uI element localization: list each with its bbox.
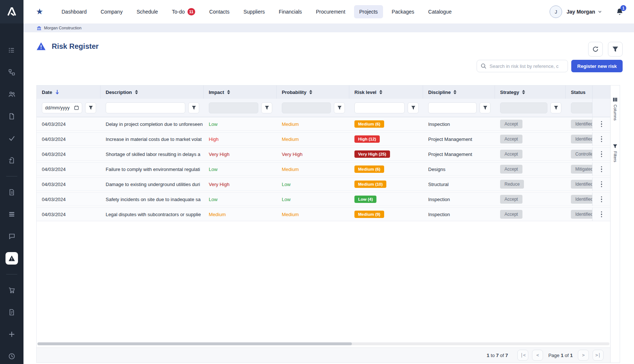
- filter-actions-cell: [592, 99, 611, 117]
- cell-description: Delay in project completion due to unfor…: [101, 117, 204, 131]
- table-body: 04/03/2024 Delay in project completion d…: [37, 117, 610, 222]
- funnel-icon: [483, 105, 488, 110]
- risk-triangle-icon[interactable]: [6, 252, 18, 265]
- strategy-filter-input[interactable]: [500, 102, 547, 113]
- chevron-down-icon: [598, 10, 602, 14]
- prev-page-button[interactable]: <: [532, 350, 543, 361]
- clock-icon[interactable]: [6, 350, 18, 363]
- next-page-button[interactable]: >: [578, 350, 589, 361]
- app-window: ★ DashboardCompanyScheduleTo-do11Contact…: [0, 0, 634, 364]
- col-header-description[interactable]: Description: [101, 85, 204, 99]
- row-actions-kebab-icon[interactable]: [600, 165, 604, 174]
- favorites-star-icon[interactable]: ★: [36, 7, 43, 17]
- breadcrumb[interactable]: Morgan Construction: [23, 23, 634, 32]
- chat-icon[interactable]: [6, 230, 18, 243]
- nav-item-label: Dashboard: [62, 9, 87, 15]
- filters-tab[interactable]: Filters: [613, 144, 617, 162]
- table-row[interactable]: 04/03/2024 Failure to comply with enviro…: [37, 162, 610, 176]
- search-input[interactable]: [489, 63, 564, 69]
- probability-filter-input[interactable]: [282, 102, 331, 113]
- date-filter-input[interactable]: dd/mm/yyyy: [42, 102, 82, 113]
- nav-item-procurement[interactable]: Procurement: [311, 5, 350, 18]
- horizontal-scrollbar[interactable]: [37, 342, 609, 345]
- row-actions-kebab-icon[interactable]: [600, 150, 604, 159]
- check-icon[interactable]: [6, 132, 18, 145]
- col-header-probability[interactable]: Probability: [277, 85, 349, 99]
- archdesk-logo[interactable]: [0, 0, 23, 23]
- impact-filter-input[interactable]: [209, 102, 258, 113]
- last-page-button[interactable]: >|: [593, 350, 604, 361]
- table-row[interactable]: 04/03/2024 Delay in project completion d…: [37, 117, 610, 131]
- first-page-button[interactable]: |<: [517, 350, 528, 361]
- strategy-filter-button[interactable]: [550, 102, 561, 113]
- col-header-date[interactable]: Date: [37, 85, 101, 99]
- strategy-chip: Accept: [500, 150, 522, 159]
- file-icon[interactable]: [6, 186, 18, 199]
- description-filter-button[interactable]: [188, 102, 199, 113]
- row-actions-kebab-icon[interactable]: [600, 195, 604, 204]
- cell-probability: Low: [282, 182, 291, 187]
- table-row[interactable]: 04/03/2024 Legal disputes with subcontra…: [37, 207, 610, 221]
- nav-item-projects[interactable]: Projects: [354, 5, 383, 18]
- file-import-icon[interactable]: [6, 154, 18, 167]
- cell-discipline: Inspection: [423, 208, 495, 221]
- funnel-icon: [554, 105, 558, 110]
- risk-level-badge: Medium (10): [354, 181, 386, 188]
- table-row[interactable]: 04/03/2024 Safety incidents on site due …: [37, 192, 610, 206]
- nav-item-company[interactable]: Company: [95, 5, 128, 18]
- row-actions-kebab-icon[interactable]: [600, 120, 604, 129]
- impact-filter-button[interactable]: [261, 102, 272, 113]
- row-actions-kebab-icon[interactable]: [600, 210, 604, 219]
- nav-item-financials[interactable]: Financials: [274, 5, 307, 18]
- file-2-icon[interactable]: [6, 306, 18, 318]
- col-header-impact[interactable]: Impact: [204, 85, 277, 99]
- col-header-discipline[interactable]: Discipline: [423, 85, 495, 99]
- nav-item-schedule[interactable]: Schedule: [131, 5, 163, 18]
- notifications-bell-icon[interactable]: 1: [616, 8, 624, 16]
- filter-panel-button[interactable]: [608, 42, 623, 57]
- row-actions-kebab-icon[interactable]: [600, 180, 604, 189]
- document-icon[interactable]: [6, 110, 18, 123]
- register-new-risk-button[interactable]: Register new risk: [571, 60, 623, 72]
- probability-filter-button[interactable]: [334, 102, 345, 113]
- page-title: Risk Register: [52, 42, 99, 51]
- avatar[interactable]: J: [550, 6, 562, 18]
- table-row[interactable]: 04/03/2024 Damage to existing undergroun…: [37, 177, 610, 191]
- description-filter-input[interactable]: [106, 102, 185, 113]
- cart-icon[interactable]: [6, 284, 18, 296]
- table-row[interactable]: 04/03/2024 Shortage of skilled labor res…: [37, 147, 610, 161]
- scrollbar-thumb[interactable]: [37, 342, 352, 345]
- row-actions-kebab-icon[interactable]: [600, 135, 604, 144]
- plus-icon[interactable]: [6, 328, 18, 341]
- nav-item-label: Catalogue: [428, 9, 452, 15]
- filter-icon: [612, 46, 619, 52]
- discipline-filter-input[interactable]: [428, 102, 477, 113]
- nav-item-packages[interactable]: Packages: [387, 5, 419, 18]
- columns-tab[interactable]: Columns: [613, 97, 617, 120]
- status-filter-input[interactable]: [571, 102, 592, 113]
- risk-table-card: Date Description Impact Probability Risk…: [36, 85, 610, 363]
- col-header-risk-level[interactable]: Risk level: [349, 85, 423, 99]
- col-header-strategy[interactable]: Strategy: [495, 85, 566, 99]
- nav-item-dashboard[interactable]: Dashboard: [57, 5, 92, 18]
- table-row[interactable]: 04/03/2024 Increase in material costs du…: [37, 132, 610, 146]
- refresh-button[interactable]: [588, 42, 603, 57]
- risk-level-filter-input[interactable]: [354, 102, 405, 113]
- col-header-status[interactable]: Status: [566, 85, 592, 99]
- nav-item-catalogue[interactable]: Catalogue: [423, 5, 457, 18]
- rows-icon[interactable]: [6, 208, 18, 221]
- cell-impact: Medium: [209, 212, 226, 217]
- list-icon[interactable]: [6, 44, 18, 57]
- workflow-icon[interactable]: [6, 66, 18, 79]
- cell-discipline: Inspection: [423, 193, 495, 206]
- risk-level-filter-button[interactable]: [408, 102, 419, 113]
- calendar-icon: [74, 105, 79, 110]
- users-icon[interactable]: [6, 88, 18, 101]
- nav-item-label: Projects: [359, 9, 378, 15]
- nav-item-suppliers[interactable]: Suppliers: [238, 5, 270, 18]
- date-filter-button[interactable]: [85, 102, 96, 113]
- nav-item-contacts[interactable]: Contacts: [204, 5, 234, 18]
- nav-item-to-do[interactable]: To-do11: [167, 4, 201, 19]
- user-menu[interactable]: Jay Morgan: [566, 9, 602, 15]
- discipline-filter-button[interactable]: [480, 102, 491, 113]
